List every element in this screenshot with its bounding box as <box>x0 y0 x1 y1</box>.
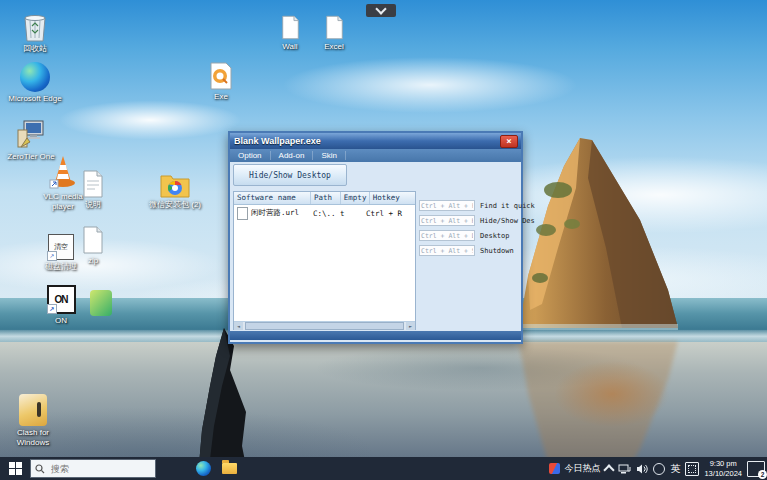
system-tray: 今日热点 英 <box>549 457 765 480</box>
desktop-icon-label: Excel <box>312 42 356 52</box>
column-header-hotkey: Hotkey <box>370 192 415 204</box>
close-button[interactable]: × <box>500 135 518 148</box>
window-body: Hide/Show Desktop Software name Path Emp… <box>230 162 521 331</box>
hotkey-input-shutdown[interactable] <box>419 245 475 256</box>
desktop-icon-label: Wall <box>268 42 312 52</box>
desktop-icon-label: 微信安装包 (2) <box>146 200 204 210</box>
scrollbar-thumb[interactable] <box>245 322 404 330</box>
chrome-folder-icon <box>146 164 204 198</box>
taskbar-search[interactable] <box>30 459 156 478</box>
column-header-software-name: Software name <box>234 192 311 204</box>
clock-time: 9:30 pm <box>704 459 742 468</box>
file-explorer-icon <box>222 463 237 474</box>
edge-icon <box>196 461 211 476</box>
hotkey-panel: Find it quick Hide/Show Des Desktop Shut… <box>419 200 518 260</box>
list-body: 闲时营路.url C:\.. t Ctrl + R <box>234 205 415 321</box>
shortcut-arrow-icon: ↗ <box>47 304 57 314</box>
network-button[interactable] <box>618 463 631 475</box>
volume-button[interactable] <box>636 463 648 475</box>
column-header-empty: Empty <box>341 192 370 204</box>
recycle-bin-icon <box>6 8 64 42</box>
hotkey-row: Hide/Show Des <box>419 215 518 226</box>
shortcut-arrow-icon: ↗ <box>47 251 57 261</box>
taskbar-edge-button[interactable] <box>190 457 216 480</box>
desktop-icon-doc-note[interactable]: 说明 <box>64 164 122 210</box>
desktop-screen: 回收站 Microsoft Edge ZeroTier One <box>0 0 767 480</box>
exe-app-icon <box>192 56 250 90</box>
hotkey-label: Shutdown <box>480 247 514 255</box>
hotkey-row: Desktop <box>419 230 518 241</box>
menu-item-option[interactable]: Option <box>230 151 271 160</box>
document-icon <box>64 164 122 198</box>
hotkey-input-hide-show[interactable] <box>419 215 475 226</box>
scroll-right-arrow[interactable]: ► <box>406 322 415 330</box>
clash-icon <box>4 392 62 426</box>
ime-mode-button[interactable] <box>653 463 665 475</box>
hotkey-input-find[interactable] <box>419 200 475 211</box>
hotkey-label: Hide/Show Des <box>480 217 535 225</box>
ime-language-label: 英 <box>670 462 680 476</box>
chevron-up-icon <box>604 464 615 475</box>
window-titlebar[interactable]: Blank Wallpaper.exe × <box>230 133 521 149</box>
start-button[interactable] <box>0 457 30 480</box>
desktop-icon-exe[interactable]: Exe <box>192 56 250 102</box>
hotkey-row: Find it quick <box>419 200 518 211</box>
edge-icon <box>6 58 64 92</box>
menu-item-addon[interactable]: Add-on <box>271 151 314 160</box>
keyboard-icon <box>685 462 699 476</box>
cell-software-name: 闲时营路.url <box>251 208 299 218</box>
news-widget-button[interactable]: 今日热点 <box>549 462 600 475</box>
taskbar-explorer-button[interactable] <box>216 457 242 480</box>
column-header-path: Path <box>311 192 341 204</box>
scroll-left-arrow[interactable]: ◄ <box>234 322 243 330</box>
list-row[interactable]: 闲时营路.url C:\.. t Ctrl + R <box>234 205 415 221</box>
ime-circle-icon <box>653 463 665 475</box>
ime-language-button[interactable]: 英 <box>670 462 680 476</box>
collapse-widget-button[interactable] <box>366 4 396 17</box>
list-header: Software name Path Empty Hotkey <box>234 192 415 205</box>
desktop-icon-label: Microsoft Edge <box>6 94 64 104</box>
hidden-icons-button[interactable] <box>605 463 613 474</box>
news-icon <box>549 463 560 474</box>
cell-path: C:\.. <box>313 209 340 218</box>
rock-island <box>518 128 678 337</box>
chevron-down-icon <box>375 3 386 14</box>
window-footer-bar <box>230 331 521 340</box>
green-app-icon <box>72 282 130 316</box>
desktop-icon-installer-folder[interactable]: 微信安装包 (2) <box>146 164 204 210</box>
horizontal-scrollbar[interactable]: ◄ ► <box>234 321 415 330</box>
desktop-icon-label: 说明 <box>64 200 122 210</box>
cell-empty: t <box>340 209 366 218</box>
document-icon <box>312 6 356 40</box>
desktop-icon-label: Exe <box>192 92 250 102</box>
menu-item-skin[interactable]: Skin <box>313 151 346 160</box>
search-icon <box>35 464 45 474</box>
zerotier-icon <box>2 116 60 150</box>
touch-keyboard-button[interactable] <box>685 462 699 476</box>
desktop-icon-disk-clean[interactable]: 清空 ↗ 磁盘清理 <box>32 226 90 272</box>
desktop-icon-doc-top-1[interactable]: Wall <box>268 6 312 52</box>
hotkey-input-desktop[interactable] <box>419 230 475 241</box>
news-label: 今日热点 <box>564 462 600 475</box>
desktop-icon-doc-top-2[interactable]: Excel <box>312 6 356 52</box>
search-input[interactable] <box>49 463 139 475</box>
window-menubar: Option Add-on Skin <box>230 149 521 162</box>
desktop-icon-green-app[interactable] <box>72 282 130 318</box>
taskbar: 今日热点 英 <box>0 457 767 480</box>
disk-clean-icon: 清空 ↗ <box>32 226 90 260</box>
hotkey-row: Shutdown <box>419 245 518 256</box>
desktop-icon-clash[interactable]: Clash for Windows <box>4 392 62 447</box>
desktop-icon-edge[interactable]: Microsoft Edge <box>6 58 64 104</box>
file-icon <box>237 207 248 220</box>
action-center-button[interactable]: 2 <box>747 461 765 477</box>
taskbar-clock[interactable]: 9:30 pm 13/10/2024 <box>704 459 742 478</box>
blank-wallpaper-window: Blank Wallpaper.exe × Option Add-on Skin… <box>228 131 523 344</box>
desktop-icon-recycle-bin[interactable]: 回收站 <box>6 8 64 54</box>
windows-logo-icon <box>9 462 22 475</box>
action-center-icon: 2 <box>747 461 765 477</box>
software-list: Software name Path Empty Hotkey 闲时营路.url… <box>233 191 416 330</box>
hotkey-label: Desktop <box>480 232 510 240</box>
clock-date: 13/10/2024 <box>704 469 742 478</box>
hide-show-desktop-button[interactable]: Hide/Show Desktop <box>233 164 347 186</box>
network-icon <box>618 463 631 475</box>
